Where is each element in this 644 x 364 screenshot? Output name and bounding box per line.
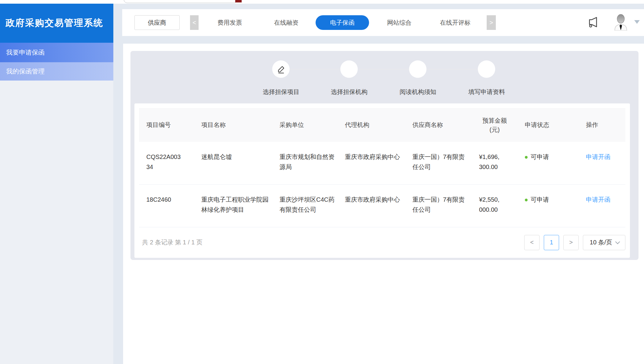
cell-project-name: 重庆电子工程职业学院园林绿化养护项目: [194, 185, 272, 227]
apply-guarantee-link[interactable]: 申请开函: [586, 153, 610, 160]
step-4-circle[interactable]: [478, 60, 495, 78]
avatar-icon-glyph: [614, 14, 628, 31]
step-2-circle[interactable]: [340, 60, 358, 78]
cell-status: 可申请: [518, 142, 579, 184]
guarantee-panel: 选择担保项目 选择担保机构 阅读机构须知 填写申请资料 项目编号 项目名称 采购…: [130, 51, 639, 260]
megaphone-icon[interactable]: [586, 15, 599, 31]
table-row: 18C2460 重庆电子工程职业学院园林绿化养护项目 重庆沙坪坝区C4C药有限责…: [139, 185, 625, 227]
supplier-role-button[interactable]: 供应商: [134, 15, 180, 30]
step-connector: [358, 69, 409, 70]
avatar[interactable]: [613, 14, 628, 31]
sidebar: 政府采购交易管理系统 我要申请保函 我的保函管理: [0, 3, 113, 364]
cell-status: 可申请: [518, 185, 579, 227]
cell-agency: 重庆市政府采购中心: [338, 142, 405, 184]
red-fragment: [235, 0, 242, 2]
status-text: 可申请: [531, 196, 549, 203]
step-2-label: 选择担保机构: [319, 88, 380, 96]
megaphone-icon-glyph: [587, 16, 598, 29]
header-supplier: 供应商名称: [405, 108, 472, 142]
browser-tab-fragment: [124, 0, 237, 3]
header-agency: 代理机构: [338, 108, 405, 142]
cell-supplier: 重庆一国）7有限责任公司: [405, 142, 472, 184]
step-connector: [290, 69, 340, 70]
status-text: 可申请: [531, 153, 549, 160]
caret-down-icon[interactable]: [634, 20, 640, 24]
header-action: 操作: [579, 108, 625, 142]
tab-website-综合[interactable]: 网站综合: [381, 15, 418, 30]
pagination: < 1 > 10 条/页: [524, 235, 625, 250]
tab-online-financing[interactable]: 在线融资: [268, 15, 305, 30]
app-header: 政府采购交易管理系统: [0, 3, 113, 43]
project-table-card: 项目编号 项目名称 采购单位 代理机构 供应商名称 预算金额 (元) 申请状态 …: [134, 103, 630, 258]
pagination-prev-button[interactable]: <: [524, 235, 540, 250]
header-purchaser: 采购单位: [272, 108, 338, 142]
browser-artifact-strip: [0, 0, 644, 4]
pencil-icon: [277, 65, 285, 74]
tab-fee-invoice[interactable]: 费用发票: [211, 15, 248, 30]
header-project-no: 项目编号: [139, 108, 194, 142]
header-budget-line2: (元): [489, 125, 499, 134]
sidebar-item-apply-guarantee[interactable]: 我要申请保函: [0, 43, 113, 62]
step-4-label: 填写申请资料: [456, 88, 517, 96]
apply-guarantee-link[interactable]: 申请开函: [586, 196, 610, 203]
record-summary: 共 2 条记录 第 1 / 1 页: [139, 238, 203, 247]
header-status: 申请状态: [518, 108, 579, 142]
cell-supplier: 重庆一国）7有限责任公司: [405, 185, 472, 227]
cell-purchaser: 重庆沙坪坝区C4C药有限责任公司: [272, 185, 338, 227]
top-navbar: 供应商 < 费用发票 在线融资 电子保函 网站综合 在线开评标 >: [122, 9, 644, 36]
step-connector: [427, 69, 478, 70]
app-title: 政府采购交易管理系统: [5, 17, 103, 29]
cell-agency: 重庆市政府采购中心: [338, 185, 405, 227]
cell-budget: ¥1,696,300.00: [472, 142, 518, 184]
table-header-row: 项目编号 项目名称 采购单位 代理机构 供应商名称 预算金额 (元) 申请状态 …: [139, 108, 625, 142]
content-container: 选择担保项目 选择担保机构 阅读机构须知 填写申请资料 项目编号 项目名称 采购…: [123, 44, 644, 364]
status-dot: [525, 156, 528, 159]
cell-purchaser: 重庆市规划和自然资源局: [272, 142, 338, 184]
pagination-page-1[interactable]: 1: [544, 235, 559, 250]
header-budget-line1: 预算金额: [482, 116, 507, 125]
table-footer: 共 2 条记录 第 1 / 1 页 < 1 > 10 条/页: [139, 227, 625, 258]
header-budget: 预算金额 (元): [472, 108, 518, 142]
step-1-circle[interactable]: [272, 60, 290, 78]
page-size-select[interactable]: 10 条/页: [583, 235, 625, 250]
cell-project-no: 18C2460: [139, 185, 194, 227]
tab-online-bid-evaluation[interactable]: 在线开评标: [432, 15, 478, 30]
cell-project-no: CQS22A00334: [139, 142, 194, 184]
step-1-label: 选择担保项目: [251, 88, 312, 96]
tab-electronic-guarantee[interactable]: 电子保函: [316, 15, 369, 30]
nav-scroll-right-button[interactable]: >: [487, 15, 496, 30]
page-background: 供应商 < 费用发票 在线融资 电子保函 网站综合 在线开评标 >: [113, 3, 644, 364]
status-dot: [525, 199, 528, 201]
step-3-circle[interactable]: [409, 60, 426, 78]
cell-budget: ¥2,550,000.00: [472, 185, 518, 227]
page-size-value: 10 条/页: [590, 238, 612, 247]
cell-project-name: 迷航昆仑墟: [194, 142, 272, 184]
table-row: CQS22A00334 迷航昆仑墟 重庆市规划和自然资源局 重庆市政府采购中心 …: [139, 142, 625, 185]
step-3-label: 阅读机构须知: [387, 88, 448, 96]
header-project-name: 项目名称: [194, 108, 272, 142]
pagination-next-button[interactable]: >: [563, 235, 579, 250]
chevron-down-icon: [615, 240, 620, 244]
sidebar-item-my-guarantees[interactable]: 我的保函管理: [0, 62, 113, 81]
nav-scroll-left-button[interactable]: <: [190, 15, 199, 30]
